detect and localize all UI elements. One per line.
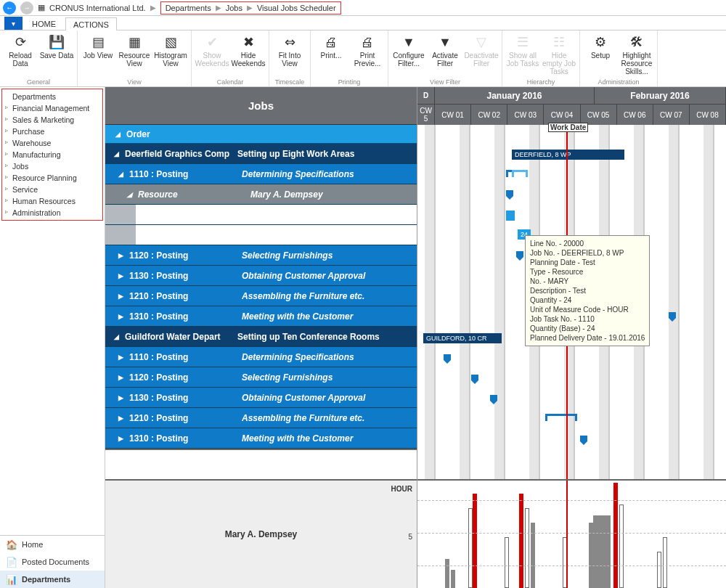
- nav-posted-documents[interactable]: 📄Posted Documents: [0, 553, 105, 571]
- job-row[interactable]: ▶1120 : PostingSelecting Furnishings: [105, 367, 417, 388]
- print-button[interactable]: 🖨Print...: [314, 32, 348, 78]
- jobs-header: Jobs: [105, 87, 417, 125]
- task-marker[interactable]: [580, 436, 587, 444]
- activate-filter-button[interactable]: ▼Activate Filter: [428, 32, 462, 78]
- job-row[interactable]: ▶1310 : PostingMeeting with the Customer: [105, 306, 417, 327]
- file-tab[interactable]: ▾: [4, 17, 23, 30]
- expand-icon[interactable]: ▶: [118, 435, 123, 442]
- breadcrumb-jobs[interactable]: Jobs: [226, 4, 242, 12]
- home-label: Home: [22, 540, 43, 549]
- expand-icon[interactable]: ▶: [118, 354, 123, 361]
- expand-icon[interactable]: ◢: [114, 150, 119, 158]
- expand-icon[interactable]: ◢: [127, 191, 132, 198]
- expand-icon[interactable]: ◢: [118, 171, 123, 178]
- expand-icon[interactable]: ▶: [118, 252, 123, 259]
- week-CW01: CW 01: [435, 105, 471, 125]
- job-row[interactable]: ◢Deerfield Graphics CompSetting up Eight…: [105, 144, 417, 164]
- timeline-month-dec: D: [417, 87, 435, 104]
- col-resource: MARY: [172, 210, 197, 220]
- resource-view-button[interactable]: ▦Resource View: [117, 32, 152, 78]
- dept-item-service[interactable]: Service: [2, 184, 102, 195]
- expand-icon[interactable]: ▶: [118, 293, 123, 300]
- configure-filter-button[interactable]: ▼Configure Filter...: [391, 32, 426, 78]
- task-marker[interactable]: [506, 190, 513, 199]
- ribbon: ⟳Reload Data💾Save DataGeneral▤Job View▦R…: [0, 30, 726, 87]
- row-title: 1130 : Posting: [129, 393, 242, 403]
- job-row[interactable]: ▶1210 : PostingAssembling the Furniture …: [105, 286, 417, 306]
- schedule-row[interactable]: ScheduleMARYMeeting with Customer: [105, 205, 417, 225]
- breadcrumb-scheduler[interactable]: Visual Jobs Scheduler: [257, 4, 336, 12]
- nav-back-button[interactable]: ←: [3, 1, 16, 15]
- task-marker[interactable]: [490, 395, 497, 404]
- expand-icon[interactable]: ▶: [118, 374, 123, 381]
- highlight-resource-skills-button[interactable]: 🛠Highlight Resource Skills...: [619, 32, 654, 78]
- row-title: 1210 : Posting: [129, 413, 242, 423]
- expand-icon[interactable]: ▶: [118, 394, 123, 401]
- reload-data-button[interactable]: ⟳Reload Data: [3, 32, 38, 78]
- task-marker[interactable]: [669, 312, 676, 321]
- calendar-icon: ▦: [38, 3, 45, 12]
- dept-item-warehouse[interactable]: Warehouse: [2, 137, 102, 149]
- dept-item-sales-marketing[interactable]: Sales & Marketing: [2, 114, 102, 126]
- dept-item-departments[interactable]: Departments: [2, 91, 102, 102]
- job-row[interactable]: ▶1110 : PostingDetermining Specification…: [105, 347, 417, 367]
- job-row[interactable]: ▶1130 : PostingObtaining Customer Approv…: [105, 266, 417, 286]
- nav-home[interactable]: 🏠Home: [0, 536, 105, 553]
- breadcrumb-departments[interactable]: Departments: [166, 4, 211, 12]
- dept-item-jobs[interactable]: Jobs: [2, 160, 102, 172]
- tab-actions[interactable]: ACTIONS: [65, 17, 117, 30]
- task-marker[interactable]: [471, 375, 478, 383]
- activate-filter-label: Activate Filter: [428, 52, 462, 68]
- job-row[interactable]: ◢1110 : PostingDetermining Specification…: [105, 164, 417, 184]
- job-row[interactable]: ▶1310 : PostingMeeting with the Customer: [105, 428, 417, 449]
- fit-into-view-button[interactable]: ⇔Fit Into View: [272, 32, 307, 78]
- save-data-button[interactable]: 💾Save Data: [39, 32, 74, 78]
- ribbon-group-label: Calendar: [195, 78, 266, 86]
- task-marker[interactable]: [444, 354, 451, 363]
- col-schedule: Schedule: [136, 230, 172, 240]
- expand-icon[interactable]: ▶: [118, 272, 123, 279]
- job-view-button[interactable]: ▤Job View: [81, 32, 115, 78]
- job-row[interactable]: ▶1210 : PostingAssembling the Furniture …: [105, 408, 417, 428]
- bar-guildford[interactable]: GUILDFORD, 10 CR: [423, 333, 502, 343]
- job-row[interactable]: ▶1130 : PostingObtaining Customer Approv…: [105, 388, 417, 408]
- timeline-panel: D January 2016 February 2016 CW 5CW 01CW…: [417, 87, 726, 588]
- order-header[interactable]: Order: [105, 125, 417, 144]
- dept-item-purchase[interactable]: Purchase: [2, 126, 102, 137]
- task-bracket[interactable]: [512, 170, 528, 177]
- job-row[interactable]: ▶1120 : PostingSelecting Furnishings: [105, 245, 417, 266]
- nav-forward-button: →: [20, 1, 33, 15]
- expand-icon[interactable]: ▶: [118, 313, 123, 320]
- job-row[interactable]: ◢Guildford Water DepartSetting up Ten Co…: [105, 327, 417, 347]
- tooltip-line: Job No. - DEERFIELD, 8 WP: [530, 248, 645, 258]
- bar-deerfield[interactable]: DEERFIELD, 8 WP: [512, 150, 624, 160]
- print-icon: 🖨: [322, 33, 340, 51]
- breadcrumb: Departments ▶ Jobs ▶ Visual Jobs Schedul…: [160, 1, 341, 15]
- expand-icon[interactable]: ▶: [118, 415, 123, 422]
- schedule-row[interactable]: ScheduleMARYTest: [105, 225, 417, 245]
- nav-departments-nav[interactable]: 📊Departments: [0, 571, 105, 588]
- row-desc: Assembling the Furniture etc.: [242, 413, 417, 423]
- tab-home[interactable]: HOME: [24, 17, 64, 30]
- row-title: 1110 : Posting: [129, 352, 242, 362]
- row-desc: Assembling the Furniture etc.: [242, 291, 417, 301]
- dept-item-administration[interactable]: Administration: [2, 207, 102, 219]
- tooltip-line: Planning Date - Test: [530, 258, 645, 267]
- timeline-body[interactable]: Work Date DEERFIELD, 8 WP 24 GUILDFORD, …: [417, 125, 726, 479]
- expand-icon[interactable]: ◢: [114, 333, 119, 340]
- dept-item-manufacturing[interactable]: Manufacturing: [2, 149, 102, 160]
- histogram-view-button[interactable]: ▧Histogram View: [153, 32, 188, 78]
- histogram-bar: [519, 494, 523, 588]
- dept-item-resource-planning[interactable]: Resource Planning: [2, 172, 102, 184]
- company-name[interactable]: CRONUS International Ltd.: [49, 4, 146, 12]
- dept-item-human-resources[interactable]: Human Resources: [2, 195, 102, 207]
- task-marker[interactable]: [516, 251, 523, 260]
- print-preview-button[interactable]: 🖨Print Previe...: [350, 32, 385, 78]
- home-icon: 🏠: [6, 539, 17, 550]
- dept-item-financial-management[interactable]: Financial Management: [2, 102, 102, 114]
- task-bar[interactable]: [506, 211, 515, 221]
- hide-weekends-button[interactable]: ✖Hide Weekends: [231, 32, 266, 78]
- task-bracket[interactable]: [545, 414, 577, 421]
- setup-button[interactable]: ⚙Setup: [583, 32, 618, 78]
- job-row[interactable]: ◢ResourceMary A. Dempsey: [105, 184, 417, 205]
